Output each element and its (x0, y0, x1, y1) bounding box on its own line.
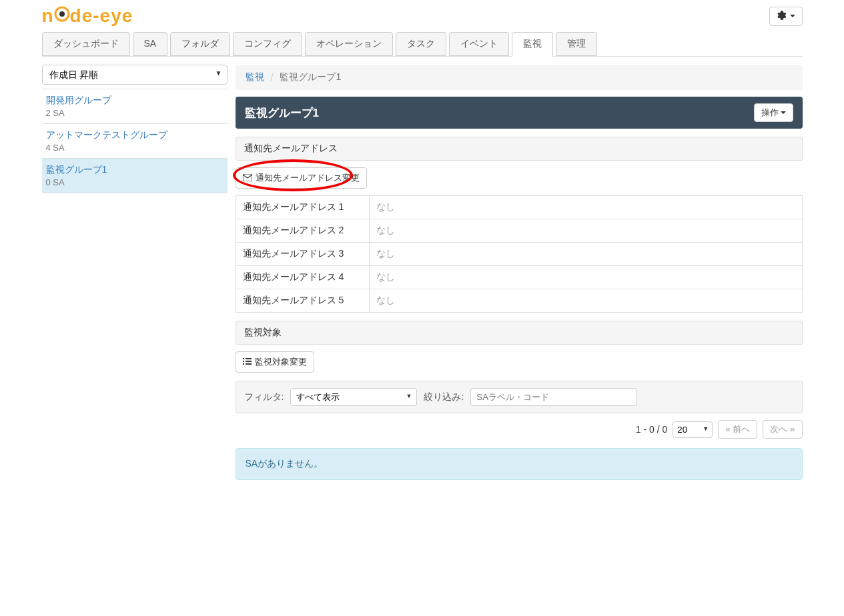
list-icon (243, 357, 252, 367)
nav-tabs: ダッシュボード SA フォルダ コンフィグ オペレーション タスク イベント 監… (42, 32, 803, 56)
svg-rect-6 (246, 361, 252, 362)
change-mail-label: 通知先メールアドレス変更 (256, 172, 360, 184)
svg-point-1 (59, 11, 65, 17)
mail-value: なし (369, 196, 802, 219)
group-sub: 4 SA (46, 143, 224, 153)
group-sub: 2 SA (46, 108, 224, 118)
page-size-select[interactable]: 20 (673, 421, 713, 438)
caret-down-icon (781, 111, 786, 114)
pagination: 1 - 0 / 0 20 « 前へ 次へ » (236, 420, 803, 439)
mail-label: 通知先メールアドレス 2 (236, 219, 369, 243)
group-sub: 0 SA (46, 177, 224, 187)
tab-task[interactable]: タスク (396, 32, 446, 56)
mail-row: 通知先メールアドレス 1なし (236, 196, 802, 219)
sidebar-group-monitor1[interactable]: 監視グループ1 0 SA (42, 159, 228, 193)
caret-down-icon (790, 15, 795, 17)
gear-icon (777, 11, 786, 22)
mail-value: なし (369, 243, 802, 266)
mail-row: 通知先メールアドレス 3なし (236, 243, 802, 266)
sort-select[interactable]: 作成日 昇順 (42, 65, 228, 85)
tab-operation[interactable]: オペレーション (305, 32, 393, 56)
mail-label: 通知先メールアドレス 4 (236, 266, 369, 289)
svg-rect-4 (246, 358, 252, 359)
page-title: 監視グループ1 (245, 105, 319, 121)
next-button[interactable]: 次へ » (763, 420, 802, 439)
tab-config[interactable]: コンフィグ (233, 32, 302, 56)
logo-text-2: de-eye (70, 5, 133, 27)
target-panel-header: 監視対象 (236, 321, 803, 345)
mail-row: 通知先メールアドレス 2なし (236, 219, 802, 243)
mail-row: 通知先メールアドレス 4なし (236, 266, 802, 289)
logo: n de-eye (42, 5, 133, 27)
tab-dashboard[interactable]: ダッシュボード (42, 32, 130, 56)
title-bar: 監視グループ1 操作 (236, 97, 803, 129)
narrow-label: 絞り込み: (424, 391, 464, 403)
tab-sa[interactable]: SA (133, 32, 168, 56)
mail-label: 通知先メールアドレス 5 (236, 289, 369, 313)
mail-panel-header: 通知先メールアドレス (236, 137, 803, 161)
breadcrumb-root[interactable]: 監視 (246, 71, 264, 83)
filter-select[interactable]: すべて表示 (290, 388, 417, 406)
breadcrumb-current: 監視グループ1 (280, 71, 341, 83)
action-button[interactable]: 操作 (754, 103, 793, 122)
filter-label: フィルタ: (244, 391, 284, 403)
page-info: 1 - 0 / 0 (636, 424, 667, 435)
mail-value: なし (369, 219, 802, 243)
group-list: 開発用グループ 2 SA アットマークテストグループ 4 SA 監視グループ1 … (42, 89, 228, 193)
sidebar-group-atmark[interactable]: アットマークテストグループ 4 SA (42, 124, 228, 159)
action-label: 操作 (761, 107, 779, 119)
tab-monitor[interactable]: 監視 (512, 32, 553, 57)
mail-value: なし (369, 266, 802, 289)
tab-event[interactable]: イベント (449, 32, 509, 56)
group-name: 監視グループ1 (46, 164, 224, 176)
settings-button[interactable] (769, 7, 803, 26)
prev-button[interactable]: « 前へ (718, 420, 757, 439)
svg-rect-5 (243, 361, 244, 362)
filter-bar: フィルタ: すべて表示 絞り込み: (236, 381, 803, 413)
filter-input[interactable] (470, 388, 637, 406)
svg-rect-7 (243, 363, 244, 365)
change-mail-button[interactable]: 通知先メールアドレス変更 (236, 167, 367, 189)
sidebar-group-dev[interactable]: 開発用グループ 2 SA (42, 89, 228, 124)
change-target-button[interactable]: 監視対象変更 (236, 351, 314, 373)
tab-admin[interactable]: 管理 (556, 32, 597, 56)
logo-eye-icon (54, 6, 70, 22)
svg-rect-3 (243, 358, 244, 359)
alert-no-sa: SAがありません。 (236, 448, 803, 480)
mail-label: 通知先メールアドレス 3 (236, 243, 369, 266)
group-name: アットマークテストグループ (46, 129, 224, 141)
mail-label: 通知先メールアドレス 1 (236, 196, 369, 219)
group-name: 開発用グループ (46, 95, 224, 107)
change-target-label: 監視対象変更 (255, 356, 307, 368)
envelope-icon (243, 173, 252, 183)
svg-rect-8 (246, 363, 252, 365)
logo-text-1: n (42, 5, 54, 27)
breadcrumb: 監視 / 監視グループ1 (236, 65, 803, 90)
mail-row: 通知先メールアドレス 5なし (236, 289, 802, 313)
mail-value: なし (369, 289, 802, 313)
breadcrumb-sep: / (271, 72, 274, 83)
tab-folder[interactable]: フォルダ (170, 32, 230, 56)
mail-table: 通知先メールアドレス 1なし 通知先メールアドレス 2なし 通知先メールアドレス… (236, 195, 803, 313)
